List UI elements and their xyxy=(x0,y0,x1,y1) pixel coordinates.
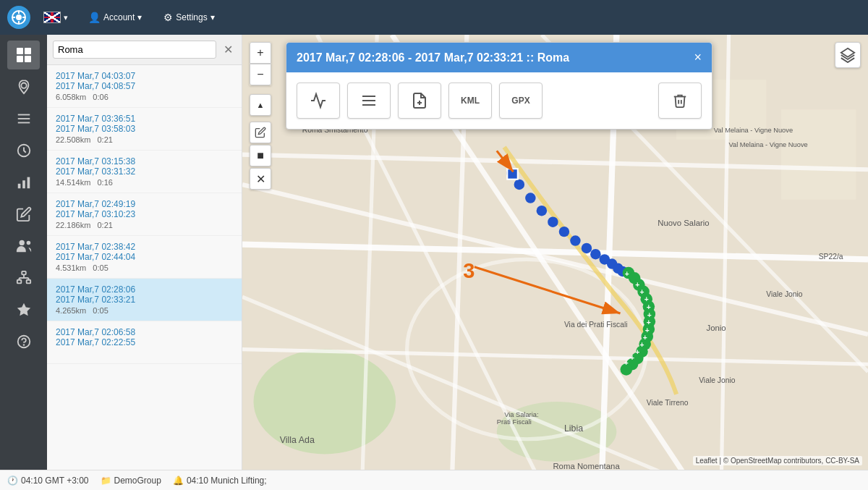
track-item[interactable]: 2017 Mar,7 02:38:42 2017 Mar,7 02:44:04 … xyxy=(47,236,242,279)
track-end-time: 2017 Mar,7 02:33:21 xyxy=(56,295,233,305)
sidebar-item-history[interactable] xyxy=(7,136,40,165)
settings-button[interactable]: ⚙ Settings ▾ xyxy=(156,9,221,26)
svg-point-52 xyxy=(548,216,558,227)
svg-text:Via Salaria:: Via Salaria: xyxy=(504,411,538,418)
sidebar-item-groups[interactable] xyxy=(7,263,40,292)
close-map-button[interactable]: ✕ xyxy=(250,168,271,190)
sidebar-item-help[interactable] xyxy=(7,327,40,356)
svg-rect-111 xyxy=(362,100,375,101)
language-selector[interactable]: ▾ xyxy=(38,9,74,26)
track-stats: 14.514km 0:16 xyxy=(56,178,233,187)
stop-button[interactable]: ■ xyxy=(250,145,271,166)
tracklist-header: Roma All ✕ xyxy=(47,35,242,65)
svg-point-18 xyxy=(19,240,24,245)
track-end-time: 2017 Mar,7 03:58:03 xyxy=(56,124,233,134)
track-item[interactable]: 2017 Mar,7 03:15:38 2017 Mar,7 03:31:32 … xyxy=(47,151,242,193)
clock-icon: 🕐 xyxy=(7,476,18,486)
track-item[interactable]: 2017 Mar,7 02:49:19 2017 Mar,7 03:10:23 … xyxy=(47,193,242,236)
track-item[interactable]: 2017 Mar,7 02:06:58 2017 Mar,7 02:22:55 xyxy=(47,321,242,364)
svg-rect-6 xyxy=(17,48,23,54)
track-detail-popup: 2017 Mar,7 02:28:06 - 2017 Mar,7 02:33:2… xyxy=(286,42,712,130)
svg-text:+: + xyxy=(639,341,644,349)
svg-rect-9 xyxy=(25,56,31,62)
sidebar-item-users[interactable] xyxy=(7,232,40,261)
sidebar-item-dashboard[interactable] xyxy=(7,41,40,69)
svg-rect-7 xyxy=(25,48,31,54)
track-start-time: 2017 Mar,7 02:06:58 xyxy=(56,327,233,337)
tracklist-scroll[interactable]: 2017 Mar,7 04:03:07 2017 Mar,7 04:08:57 … xyxy=(47,65,242,470)
svg-text:+: + xyxy=(624,359,629,367)
popup-close-button[interactable]: × xyxy=(694,50,702,65)
sidebar-item-tracks[interactable] xyxy=(7,104,40,133)
clear-location-button[interactable]: ✕ xyxy=(221,41,236,58)
sidebar xyxy=(0,35,47,470)
track-item-selected[interactable]: 2017 Mar,7 02:28:06 2017 Mar,7 02:33:21 … xyxy=(47,279,242,321)
track-stats: 4.531km 0:05 xyxy=(56,263,233,272)
svg-point-51 xyxy=(537,206,547,216)
svg-rect-11 xyxy=(17,114,30,116)
track-start-time: 2017 Mar,7 02:38:42 xyxy=(56,242,233,252)
svg-text:+: + xyxy=(647,318,651,326)
track-stats: 6.058km 0:06 xyxy=(56,93,233,101)
list-action-button[interactable] xyxy=(347,83,391,119)
track-start-time: 2017 Mar,7 03:36:51 xyxy=(56,114,233,124)
svg-rect-20 xyxy=(22,271,26,275)
svg-text:Roma Nomentana: Roma Nomentana xyxy=(553,462,620,470)
svg-text:Villa Ada: Villa Ada xyxy=(280,435,315,445)
account-button[interactable]: 👤 Account ▾ xyxy=(81,9,149,26)
svg-point-28 xyxy=(23,345,24,345)
popup-body: KML GPX xyxy=(286,72,712,129)
track-end-time: 2017 Mar,7 03:31:32 xyxy=(56,166,233,177)
svg-rect-15 xyxy=(17,184,20,188)
track-item[interactable]: 2017 Mar,7 04:03:07 2017 Mar,7 04:08:57 … xyxy=(47,65,242,108)
svg-point-50 xyxy=(525,193,535,203)
kml-action-button[interactable]: KML xyxy=(448,83,492,119)
gpx-action-button[interactable]: GPX xyxy=(499,83,542,119)
svg-text:3: 3 xyxy=(463,259,475,282)
zoom-out-button[interactable]: − xyxy=(250,64,271,85)
svg-rect-112 xyxy=(362,104,375,106)
svg-point-54 xyxy=(570,235,580,245)
tracklist-panel: Roma All ✕ 2017 Mar,7 04:03:07 2017 Mar,… xyxy=(47,35,242,470)
draw-button[interactable] xyxy=(250,122,271,143)
layers-button[interactable] xyxy=(835,42,861,68)
map-attribution: Leaflet | © OpenStreetMap contributors, … xyxy=(693,456,862,465)
svg-point-19 xyxy=(26,241,30,245)
statusbar: 🕐 04:10 GMT +3:00 📁 DemoGroup 🔔 04:10 Mu… xyxy=(0,470,868,490)
svg-text:Viale Jonio: Viale Jonio xyxy=(699,376,736,384)
svg-text:+: + xyxy=(647,303,651,311)
sidebar-item-favorites[interactable] xyxy=(7,295,40,324)
svg-text:Nuovo Salario: Nuovo Salario xyxy=(658,219,709,227)
star-action-button[interactable] xyxy=(398,83,441,119)
svg-text:+: + xyxy=(644,295,649,303)
popup-title: 2017 Mar,7 02:28:06 - 2017 Mar,7 02:33:2… xyxy=(297,51,569,64)
lang-caret: ▾ xyxy=(64,13,68,22)
chart-action-button[interactable] xyxy=(297,83,340,119)
track-end-time: 2017 Mar,7 02:44:04 xyxy=(56,252,233,262)
move-up-button[interactable]: ▲ xyxy=(250,94,271,116)
track-stats xyxy=(56,349,233,358)
svg-point-49 xyxy=(514,179,524,190)
svg-rect-13 xyxy=(17,122,30,124)
zoom-controls: + − xyxy=(250,42,271,85)
svg-text:Viale Tirreno: Viale Tirreno xyxy=(647,399,689,407)
layers-icon xyxy=(835,42,861,68)
main-content: Roma All ✕ 2017 Mar,7 04:03:07 2017 Mar,… xyxy=(0,35,868,470)
folder-icon: 📁 xyxy=(101,476,111,486)
zoom-in-button[interactable]: + xyxy=(250,42,271,64)
svg-rect-110 xyxy=(362,96,375,97)
track-end-time: 2017 Mar,7 03:10:23 xyxy=(56,209,233,219)
sidebar-item-edit[interactable] xyxy=(7,200,40,229)
track-stats: 22.186km 0:21 xyxy=(56,221,233,229)
svg-text:Libia: Libia xyxy=(564,423,583,434)
delete-action-button[interactable] xyxy=(658,83,702,119)
svg-rect-17 xyxy=(27,177,30,189)
track-start-time: 2017 Mar,7 04:03:07 xyxy=(56,71,233,81)
sidebar-item-map[interactable] xyxy=(7,72,40,101)
svg-rect-22 xyxy=(26,280,30,284)
svg-text:Prati Fiscali: Prati Fiscali xyxy=(497,418,532,426)
track-item[interactable]: 2017 Mar,7 03:36:51 2017 Mar,7 03:58:03 … xyxy=(47,108,242,151)
sidebar-item-charts[interactable] xyxy=(7,168,40,197)
map-container[interactable]: + + + + + + + + + + + + + 3 xyxy=(242,35,868,470)
location-select[interactable]: Roma All xyxy=(53,41,216,59)
